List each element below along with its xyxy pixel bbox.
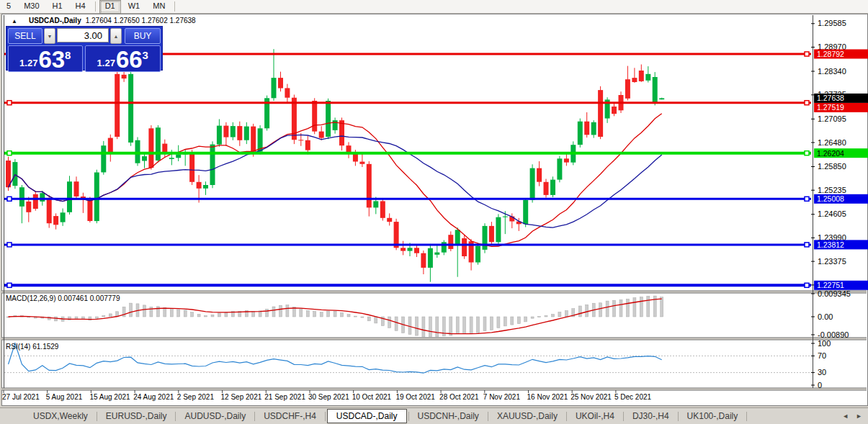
chart-tab-ukoil-h4[interactable]: UKOil-,H4: [568, 410, 622, 423]
bid-price-box[interactable]: 1.27638: [8, 45, 83, 72]
svg-text:1.25235: 1.25235: [818, 186, 846, 194]
svg-text:1.23375: 1.23375: [818, 257, 846, 266]
timeframe-button-h1[interactable]: H1: [47, 0, 68, 14]
chart-tab-eurusd-daily[interactable]: EURUSD-,Daily: [99, 410, 174, 423]
date-label: 19 Oct 2021: [395, 393, 434, 401]
tab-divider: [746, 412, 747, 421]
date-label: 10 Oct 2021: [352, 393, 391, 401]
svg-text:1.29585: 1.29585: [818, 19, 846, 27]
macd-indicator-label: MACD(12,26,9) 0.007461 0.007779: [6, 294, 120, 302]
rsi-indicator-label: RSI(14) 61.1529: [6, 343, 58, 351]
chart-tab-bar: USDX,WeeklyEURUSD-,DailyAUDUSD-,DailyUSD…: [0, 407, 868, 424]
ask-prefix: 1.27: [97, 58, 115, 68]
tab-divider: [254, 412, 255, 421]
chart-tab-usdcad-daily[interactable]: USDCAD-,Daily: [327, 409, 407, 423]
svg-text:1.27638: 1.27638: [817, 94, 844, 102]
svg-text:1.27095: 1.27095: [818, 114, 846, 123]
trading-terminal: 5M30H1H4D1W1MN 1.295851.289701.283401.27…: [0, 0, 868, 424]
symbol-period-label: USDCAD-,Daily: [29, 17, 81, 24]
svg-text:1.28340: 1.28340: [818, 67, 846, 76]
date-label: 7 Nov 2021: [483, 393, 520, 401]
date-label: 5 Dec 2021: [614, 393, 651, 401]
date-label: 25 Nov 2021: [571, 393, 612, 401]
tab-divider: [325, 412, 326, 421]
timeframe-button-mn[interactable]: MN: [147, 0, 171, 14]
ask-big-digits: 66: [116, 49, 143, 71]
chart-tab-usdchf-h4[interactable]: USDCHF-,H4: [256, 410, 323, 423]
timeframe-button-m30[interactable]: M30: [18, 0, 45, 14]
svg-text:1.28792: 1.28792: [817, 50, 844, 58]
svg-text:0.00: 0.00: [818, 312, 833, 321]
svg-text:1.25850: 1.25850: [818, 162, 846, 171]
ohlc-values: 1.27604 1.27650 1.27602 1.27638: [86, 17, 196, 24]
volume-input[interactable]: [57, 28, 109, 42]
tab-scroll-left-icon[interactable]: ◄: [842, 412, 849, 420]
tab-divider: [623, 412, 624, 421]
svg-text:1.22751: 1.22751: [817, 281, 844, 289]
timeframe-button-w1[interactable]: W1: [122, 0, 146, 14]
volume-decrease-button[interactable]: ▼: [44, 28, 55, 44]
volume-increase-button[interactable]: ▲: [110, 28, 122, 44]
date-label: 30 Sep 2021: [308, 393, 349, 401]
chart-tab-audusd-daily[interactable]: AUDUSD-,Daily: [177, 410, 253, 423]
timeframe-toolbar: 5M30H1H4D1W1MN: [0, 0, 868, 14]
ask-pip-digit: 3: [143, 49, 148, 61]
bid-big-digits: 63: [38, 49, 65, 71]
svg-text:1.26204: 1.26204: [817, 149, 844, 158]
tab-scroll-right-icon[interactable]: ►: [856, 412, 862, 420]
triangle-down-icon: ▼: [48, 34, 53, 39]
svg-text:0: 0: [818, 381, 822, 389]
date-label: 16 Nov 2021: [527, 393, 568, 401]
svg-text:1.26480: 1.26480: [818, 138, 846, 147]
svg-text:70: 70: [818, 351, 826, 360]
tab-divider: [408, 412, 409, 421]
date-label: 24 Aug 2021: [133, 393, 174, 401]
svg-text:1.27519: 1.27519: [817, 103, 844, 112]
one-click-panel-toggle-icon[interactable]: ▲: [12, 18, 17, 24]
toolbar-divider: [174, 1, 175, 12]
toolbar-divider: [95, 1, 96, 12]
date-label: 21 Sep 2021: [264, 393, 305, 401]
svg-text:100: 100: [818, 339, 831, 348]
date-label: 2 Sep 2021: [177, 393, 214, 401]
bid-prefix: 1.27: [19, 58, 37, 68]
date-label: 12 Sep 2021: [221, 393, 262, 401]
timeframe-button-5[interactable]: 5: [1, 0, 17, 14]
triangle-up-icon: ▲: [114, 34, 119, 39]
svg-text:-0.00890: -0.00890: [818, 330, 849, 339]
date-label: 27 Jul 2021: [2, 393, 40, 401]
chart-tab-uk100-daily[interactable]: UK100-,Daily: [680, 410, 746, 423]
tab-divider: [488, 412, 488, 421]
svg-text:1.23812: 1.23812: [817, 240, 844, 249]
chart-title: ▲USDCAD-,Daily1.27604 1.27650 1.27602 1.…: [12, 17, 196, 24]
svg-text:1.24605: 1.24605: [818, 209, 846, 218]
chart-tab-xauusd-daily[interactable]: XAUUSD-,Daily: [490, 410, 565, 423]
svg-text:1.25008: 1.25008: [817, 194, 844, 203]
tab-divider: [566, 412, 567, 421]
date-label: 15 Aug 2021: [89, 393, 130, 401]
chart-tab-dj30-h4[interactable]: DJ30-,H4: [625, 410, 676, 423]
svg-text:0.009345: 0.009345: [818, 289, 851, 298]
date-label: 5 Aug 2021: [46, 393, 83, 401]
date-label: 28 Oct 2021: [439, 393, 478, 401]
timeframe-button-h4[interactable]: H4: [70, 0, 91, 14]
bid-pip-digit: 8: [65, 49, 71, 61]
tab-divider: [175, 412, 176, 421]
tab-divider: [97, 412, 97, 421]
chart-tab-usdcnh-daily[interactable]: USDCNH-,Daily: [411, 410, 486, 423]
timeframe-button-d1[interactable]: D1: [99, 0, 121, 14]
tab-divider: [678, 412, 679, 421]
svg-text:30: 30: [818, 368, 826, 376]
tab-scroll-controls: ◄►: [842, 412, 862, 420]
ask-price-box[interactable]: 1.27663: [85, 45, 161, 72]
one-click-trading-panel: SELL ▼ ▲ BUY 1.27638 1.27663: [6, 26, 163, 71]
sell-button[interactable]: SELL: [8, 28, 42, 44]
chart-tab-usdx-weekly[interactable]: USDX,Weekly: [26, 410, 95, 423]
buy-button[interactable]: BUY: [125, 28, 161, 44]
